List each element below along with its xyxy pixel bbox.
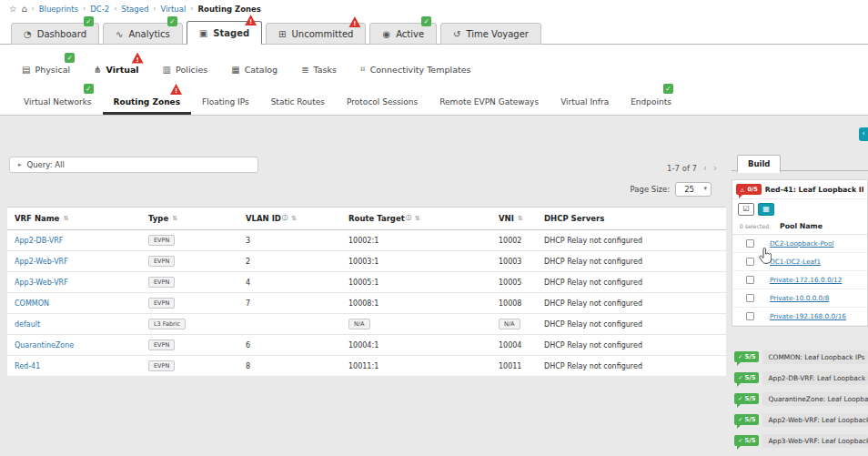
col-type[interactable]: Type [141,208,238,229]
tab-time-voyager[interactable]: Time Voyager [440,23,541,45]
col-vni[interactable]: VNI [491,208,537,229]
prev-page-icon[interactable] [703,163,707,173]
routing-zone-expanded-header[interactable]: 0/5 Red-41: Leaf Loopback IPs [732,180,867,199]
subnav-label: Connectivity Templates [370,65,471,75]
staged-icon [199,28,207,38]
vnav-item-static-routes[interactable]: Static Routes [260,91,336,115]
subnav-item-catalog[interactable]: Catalog [222,60,287,79]
vrf-link[interactable]: COMMON [15,299,49,308]
pool-link[interactable]: Private-10.0.0.0/8 [770,294,829,302]
subnav-item-tasks[interactable]: Tasks [292,60,346,79]
pool-link[interactable]: OC1-DC2-Leaf1 [770,258,821,266]
vlan-id-cell: 8 [238,358,341,375]
vnav-item-endpoints[interactable]: Endpoints [620,91,682,115]
pool-link[interactable]: Private-172.16.0.0/12 [770,276,842,284]
breadcrumb-separator [190,5,193,13]
type-chip: EVPN [148,256,175,267]
pool-checkbox[interactable] [746,239,754,248]
success-badge [167,16,177,26]
pool-row: OC1-DC2-Leaf1 [732,253,867,271]
subnav-item-policies[interactable]: Policies [154,60,217,79]
tab-uncommitted[interactable]: Uncommitted [266,23,366,45]
analytics-icon [116,29,123,39]
home-icon[interactable] [22,4,27,14]
vrf-link[interactable]: App3-Web-VRF [15,279,68,287]
pool-link[interactable]: DC2-Loopback-Pool [770,239,834,248]
vlan-id-cell [238,316,341,332]
vnav-item-floating-ips[interactable]: Floating IPs [191,91,260,115]
success-badge [421,16,431,26]
tab-analytics[interactable]: Analytics [103,23,183,45]
pool-checkbox[interactable] [746,276,754,284]
breadcrumb-blueprints[interactable]: Blueprints [39,5,78,14]
pool-row: Private-172.16.0.0/12 [732,271,867,289]
routing-zone-collapsed-item[interactable]: 5/5 COMMON: Leaf Loopback IPs [732,349,868,365]
error-count-badge: 0/5 [736,184,762,195]
vrf-link[interactable]: App2-DB-VRF [15,237,63,245]
sort-icon[interactable] [291,215,297,222]
page-size-select[interactable]: 25 [675,182,712,197]
tab-active[interactable]: Active [369,23,437,45]
col-vrf-name[interactable]: VRF Name [7,208,141,229]
vnav-item-routing-zones[interactable]: Routing Zones [103,91,191,115]
sort-icon[interactable] [415,215,420,222]
col-route-target[interactable]: Route Target [341,208,491,229]
route-target-cell: 10005:1 [341,274,491,291]
type-chip: EVPN [148,235,175,246]
routing-zone-collapsed-item[interactable]: 5/5 App2-Web-VRF: Leaf Loopback IPs [732,411,868,428]
collapsed-item-label: App3-Web-VRF: Leaf Loopback IPs [762,434,868,448]
query-filter[interactable]: Query: All [9,157,258,173]
subnav-item-physical[interactable]: Physical [13,60,79,79]
col-label: VLAN ID [246,214,281,223]
pool-toolbar [732,199,867,219]
collapse-panel-handle[interactable] [859,127,868,141]
routing-zones-content: Query: All 1-7 of 7 Page Size: 25 VRF Na… [0,116,868,456]
tab-dashboard[interactable]: Dashboard [11,23,99,45]
tab-build[interactable]: Build [737,155,781,173]
vnav-label: Remote EVPN Gateways [439,97,539,106]
routing-zone-collapsed-item[interactable]: 5/5 App3-Web-VRF: Leaf Loopback IPs [732,432,868,449]
vni-cell: 10011 [491,358,537,375]
routing-zone-collapsed-item[interactable]: 5/5 App2-DB-VRF: Leaf Loopback IPs [732,370,868,386]
collapsed-item-label: App2-Web-VRF: Leaf Loopback IPs [762,413,868,427]
type-chip: EVPN [148,298,175,309]
vnav-item-protocol-sessions[interactable]: Protocol Sessions [336,91,429,115]
pool-link[interactable]: Private-192.168.0.0/16 [770,312,846,320]
tab-staged[interactable]: Staged [187,21,262,45]
route-target-cell: 10008:1 [341,295,491,312]
badge-count: 0/5 [747,186,757,193]
tab-label: Analytics [128,29,169,39]
breadcrumb-staged[interactable]: Staged [121,5,148,14]
vrf-link[interactable]: QuarantineZone [15,341,74,350]
vrf-link[interactable]: default [15,320,40,329]
vrf-link[interactable]: Red-41 [15,362,40,370]
vni-cell: 10002 [491,232,537,249]
sort-icon[interactable] [63,215,68,222]
assign-pool-button[interactable] [758,203,774,216]
collapsed-routing-zones: 5/5 COMMON: Leaf Loopback IPs 5/5 App2-D… [732,349,868,453]
breadcrumb-virtual[interactable]: Virtual [161,5,187,14]
subnav-item-connectivity-templates[interactable]: Connectivity Templates [351,59,480,79]
routing-zone-collapsed-item[interactable]: 5/5 QuarantineZone: Leaf Loopback IPs [732,390,868,407]
vnav-item-virtual-networks[interactable]: Virtual Networks [13,91,103,115]
vrf-link[interactable]: App2-Web-VRF [15,258,68,266]
pool-checkbox[interactable] [746,312,754,320]
sort-icon[interactable] [518,215,523,222]
favorite-star-icon[interactable] [9,4,17,14]
col-vlan-id[interactable]: VLAN ID [238,208,341,229]
sort-icon[interactable] [172,215,177,222]
route-target-cell: 10003:1 [341,253,491,270]
vnav-label: Floating IPs [202,97,249,106]
pool-checkbox[interactable] [746,258,754,266]
multi-select-button[interactable] [738,203,754,216]
subnav-item-virtual[interactable]: Virtual [85,60,148,79]
vnav-item-remote-evpn-gateways[interactable]: Remote EVPN Gateways [429,91,550,115]
pagination-range: 1-7 of 7 [667,164,697,173]
table-header-row: VRF Name Type VLAN ID Route Target VNI D… [7,207,726,230]
pool-checkbox[interactable] [746,294,754,302]
next-page-icon[interactable] [713,163,717,173]
vnav-item-virtual-infra[interactable]: Virtual Infra [550,91,620,115]
breadcrumb-blueprint-name[interactable]: DC-2 [90,5,109,14]
page-size-label: Page Size: [631,185,671,194]
breadcrumb-separator [32,5,35,13]
